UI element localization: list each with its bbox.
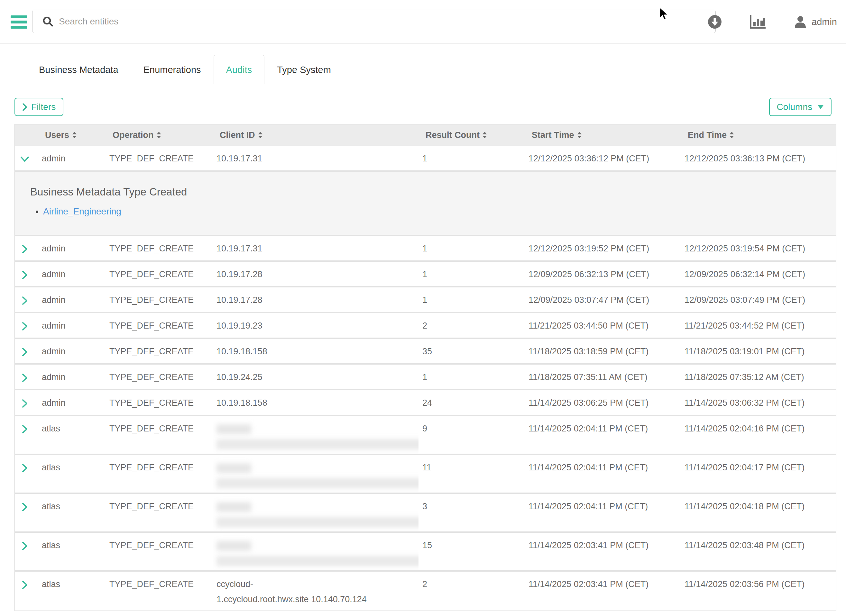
result-count-cell: 1 <box>419 287 525 312</box>
blurred-client-id <box>216 424 251 434</box>
operation-cell: TYPE_DEF_CREATE <box>106 146 213 170</box>
user-icon <box>793 15 807 29</box>
result-count-cell: 1 <box>419 146 525 170</box>
table-row[interactable]: atlasTYPE_DEF_CREATE311/14/2025 02:04:11… <box>15 494 836 533</box>
operation-cell: TYPE_DEF_CREATE <box>106 287 213 312</box>
user-cell: admin <box>38 390 106 415</box>
table-row[interactable]: adminTYPE_DEF_CREATE10.19.18.1583511/18/… <box>15 339 836 365</box>
user-cell: admin <box>38 236 106 260</box>
operation-cell: TYPE_DEF_CREATE <box>106 416 213 454</box>
user-cell: admin <box>38 339 106 363</box>
collapse-chevron-icon[interactable] <box>21 154 28 166</box>
start-time-cell: 12/12/2025 03:19:52 PM (CET) <box>525 236 681 260</box>
operation-cell: TYPE_DEF_CREATE <box>106 572 213 610</box>
user-cell: atlas <box>38 572 106 610</box>
blurred-client-id <box>216 463 251 473</box>
search-input[interactable] <box>59 16 670 27</box>
user-cell: admin <box>38 287 106 312</box>
expand-chevron-icon[interactable] <box>21 463 28 475</box>
detail-title: Business Metadata Type Created <box>30 186 826 198</box>
table-row[interactable]: atlasTYPE_DEF_CREATE1111/14/2025 02:04:1… <box>15 455 836 494</box>
table-row[interactable]: atlasTYPE_DEF_CREATEccycloud-1.ccycloud.… <box>15 572 836 610</box>
operation-cell: TYPE_DEF_CREATE <box>106 236 213 260</box>
result-count-cell: 9 <box>419 416 525 454</box>
column-header-end-time[interactable]: End Time <box>681 130 837 140</box>
column-label: Result Count <box>426 130 480 140</box>
table-row[interactable]: adminTYPE_DEF_CREATE10.19.17.31112/12/20… <box>15 236 836 262</box>
expand-chevron-icon[interactable] <box>21 296 28 308</box>
start-time-cell: 11/14/2025 02:04:11 PM (CET) <box>525 416 681 454</box>
search-box[interactable] <box>32 10 716 33</box>
expand-chevron-icon[interactable] <box>21 347 28 359</box>
client-id-cell <box>213 533 419 571</box>
expand-chevron-icon[interactable] <box>21 580 28 592</box>
end-time-cell: 12/09/2025 06:32:14 PM (CET) <box>681 262 837 286</box>
expand-chevron-icon[interactable] <box>21 541 28 553</box>
columns-label: Columns <box>777 102 812 112</box>
expand-chevron-icon[interactable] <box>21 399 28 411</box>
columns-button[interactable]: Columns <box>769 98 831 116</box>
tab-type-system[interactable]: Type System <box>264 55 344 84</box>
sort-icon <box>730 132 734 138</box>
tab-enumerations[interactable]: Enumerations <box>131 55 214 84</box>
expand-chevron-icon[interactable] <box>21 373 28 385</box>
client-id-cell: 10.19.18.158 <box>213 339 419 363</box>
table-row[interactable]: atlasTYPE_DEF_CREATE1511/14/2025 02:03:4… <box>15 533 836 572</box>
download-icon[interactable] <box>707 15 722 29</box>
user-menu[interactable]: admin <box>793 15 837 29</box>
operation-cell: TYPE_DEF_CREATE <box>106 262 213 286</box>
column-header-users[interactable]: Users <box>38 130 106 140</box>
expand-chevron-icon[interactable] <box>21 244 28 256</box>
column-label: Client ID <box>220 130 255 140</box>
result-count-cell: 24 <box>419 390 525 415</box>
expand-chevron-icon[interactable] <box>21 502 28 514</box>
filters-button[interactable]: Filters <box>15 98 63 116</box>
detail-list: Airline_Engineering <box>43 207 826 217</box>
filters-label: Filters <box>31 102 56 112</box>
end-time-cell: 12/12/2025 03:36:13 PM (CET) <box>681 146 837 170</box>
hamburger-menu-icon[interactable] <box>10 15 27 29</box>
expand-chevron-icon[interactable] <box>21 270 28 282</box>
type-link[interactable]: Airline_Engineering <box>43 207 121 216</box>
end-time-cell: 11/14/2025 03:06:32 PM (CET) <box>681 390 837 415</box>
blurred-client-id <box>216 556 419 566</box>
table-row[interactable]: adminTYPE_DEF_CREATE10.19.17.28112/09/20… <box>15 262 836 287</box>
table-row[interactable]: adminTYPE_DEF_CREATE10.19.17.31112/12/20… <box>15 146 836 172</box>
table-row[interactable]: atlasTYPE_DEF_CREATE911/14/2025 02:04:11… <box>15 416 836 455</box>
start-time-cell: 11/14/2025 02:04:11 PM (CET) <box>525 494 681 531</box>
client-id-cell <box>213 416 419 454</box>
blurred-client-id <box>216 439 419 449</box>
statistics-chart-icon[interactable] <box>750 15 766 29</box>
sort-icon <box>577 132 582 138</box>
result-count-cell: 11 <box>419 455 525 493</box>
operation-cell: TYPE_DEF_CREATE <box>106 533 213 571</box>
client-id-cell: 10.19.17.28 <box>213 262 419 286</box>
end-time-cell: 11/18/2025 03:19:01 PM (CET) <box>681 339 837 363</box>
column-header-result-count[interactable]: Result Count <box>419 130 525 140</box>
expand-chevron-icon[interactable] <box>21 321 28 333</box>
table-row[interactable]: adminTYPE_DEF_CREATE10.19.17.28112/09/20… <box>15 287 836 313</box>
user-cell: admin <box>38 146 106 170</box>
expand-chevron-icon[interactable] <box>21 424 28 436</box>
column-header-start-time[interactable]: Start Time <box>525 130 681 140</box>
caret-down-icon <box>817 105 824 109</box>
user-cell: atlas <box>38 494 106 531</box>
result-count-cell: 15 <box>419 533 525 571</box>
column-header-client-id[interactable]: Client ID <box>213 130 419 140</box>
result-count-cell: 1 <box>419 365 525 389</box>
start-time-cell: 11/14/2025 02:03:41 PM (CET) <box>525 572 681 610</box>
user-cell: admin <box>38 313 106 337</box>
tab-audits[interactable]: Audits <box>214 55 265 84</box>
client-id-cell: 10.19.17.31 <box>213 236 419 260</box>
column-header-operation[interactable]: Operation <box>106 130 213 140</box>
operation-cell: TYPE_DEF_CREATE <box>106 494 213 531</box>
user-cell: admin <box>38 262 106 286</box>
username-label: admin <box>812 17 837 27</box>
tab-business-metadata[interactable]: Business Metadata <box>26 55 131 84</box>
table-row[interactable]: adminTYPE_DEF_CREATE10.19.18.1582411/14/… <box>15 390 836 416</box>
client-id-cell: 10.19.24.25 <box>213 365 419 389</box>
tabs: Business MetadataEnumerationsAuditsType … <box>7 44 839 84</box>
table-row[interactable]: adminTYPE_DEF_CREATE10.19.19.23211/21/20… <box>15 313 836 339</box>
table-row[interactable]: adminTYPE_DEF_CREATE10.19.24.25111/18/20… <box>15 365 836 390</box>
start-time-cell: 11/18/2025 07:35:11 AM (CET) <box>525 365 681 389</box>
